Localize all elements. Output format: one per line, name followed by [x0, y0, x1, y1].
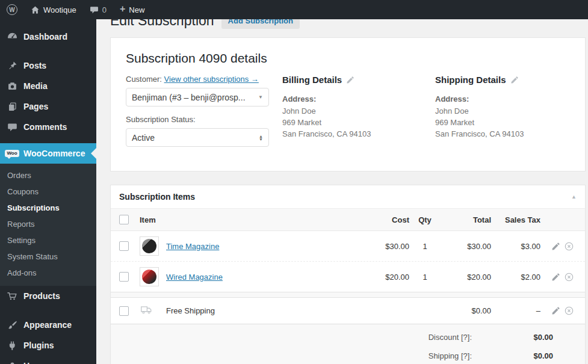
sidebar-item-comments[interactable]: Comments [0, 117, 96, 137]
comments-admin-bar-link[interactable]: 0 [83, 0, 113, 19]
shipping-details-title: Shipping Details [435, 75, 506, 85]
shipping-total: $0.00 [441, 306, 491, 315]
edit-shipping-pencil-icon[interactable] [510, 76, 519, 84]
table-row: Time Magazine $30.00 1 $30.00 $3.00 [111, 231, 585, 261]
comment-bubble-icon [90, 5, 99, 14]
sidebar-item-products[interactable]: Products [0, 286, 96, 306]
admin-sidebar: Dashboard Posts Media Pages Comments Woo… [0, 19, 96, 364]
shipping-address-line: John Doe [435, 105, 570, 117]
product-thumbnail [140, 267, 166, 286]
status-select-value: Active [132, 133, 155, 143]
woocommerce-submenu: Orders Coupons Subscriptions Reports Set… [0, 164, 96, 286]
sidebar-item-label: Pages [23, 102, 48, 111]
new-label: New [129, 5, 144, 14]
total-row-shipping: Shipping [?]: $0.00 [111, 347, 585, 364]
main-content: Edit Subscription Add Subscription Subsc… [96, 0, 588, 364]
shipping-details-column: Shipping Details Address: John Doe 969 M… [435, 75, 570, 155]
customer-select[interactable]: Benjiman (#3 – benji@prosp... ▼ [126, 88, 269, 106]
shipping-method-name: Free Shipping [166, 306, 215, 315]
shipping-row: Free Shipping $0.00 – [111, 298, 585, 324]
delete-item-icon[interactable] [564, 272, 574, 282]
wordpress-logo-icon: W [7, 4, 17, 15]
submenu-item-add-ons[interactable]: Add-ons [0, 265, 96, 281]
pin-icon [6, 60, 18, 72]
sidebar-item-woocommerce[interactable]: Woo WooCommerce [0, 143, 96, 164]
discount-value: $0.00 [472, 333, 553, 342]
pages-icon [6, 100, 18, 113]
billing-address-label: Address: [282, 94, 435, 103]
woocommerce-icon: Woo [6, 147, 18, 159]
sidebar-item-label: Appearance [23, 320, 72, 330]
shipping-address-line: 969 Market [435, 117, 570, 128]
item-cost: $30.00 [366, 242, 409, 251]
wordpress-logo-menu[interactable]: W [0, 0, 24, 19]
site-name-link[interactable]: Wootique [24, 0, 83, 19]
delete-item-icon[interactable] [564, 306, 574, 316]
shipping-truck-icon [140, 303, 166, 318]
column-sales-tax: Sales Tax [491, 215, 540, 224]
submenu-item-reports[interactable]: Reports [0, 216, 96, 232]
sidebar-item-media[interactable]: Media [0, 76, 96, 96]
discount-label[interactable]: Discount [?]: [429, 333, 472, 342]
shipping-total-label[interactable]: Shipping [?]: [429, 351, 472, 360]
sidebar-item-users[interactable]: Users [0, 356, 96, 364]
billing-details-column: Billing Details Address: John Doe 969 Ma… [282, 75, 435, 155]
home-icon [31, 5, 40, 14]
column-item: Item [140, 215, 366, 224]
subscription-status-select[interactable]: Active ▲ ▼ [126, 128, 269, 147]
edit-item-pencil-icon[interactable] [551, 306, 560, 315]
edit-billing-pencil-icon[interactable] [346, 76, 354, 84]
items-table-header: Item Cost Qty Total Sales Tax [111, 209, 585, 231]
row-checkbox[interactable] [119, 241, 129, 251]
sidebar-item-label: Products [23, 291, 60, 301]
status-label: Subscription Status: [126, 115, 282, 124]
edit-item-pencil-icon[interactable] [551, 273, 560, 282]
sidebar-item-pages[interactable]: Pages [0, 96, 96, 117]
sidebar-item-appearance[interactable]: Appearance [0, 315, 96, 335]
comments-count: 0 [102, 5, 107, 14]
submenu-item-settings[interactable]: Settings [0, 232, 96, 248]
product-link[interactable]: Time Magazine [166, 242, 219, 251]
shipping-section-separator [111, 292, 585, 298]
submenu-item-subscriptions[interactable]: Subscriptions [0, 200, 96, 216]
view-other-subscriptions-link[interactable]: View other subscriptions → [164, 75, 259, 84]
panel-collapse-icon[interactable]: ▲ [571, 194, 577, 200]
submenu-item-coupons[interactable]: Coupons [0, 184, 96, 200]
edit-item-pencil-icon[interactable] [551, 242, 560, 251]
item-qty: 1 [409, 242, 441, 251]
shipping-tax: – [491, 306, 540, 315]
brush-icon [6, 319, 18, 331]
select-all-checkbox[interactable] [119, 215, 129, 224]
item-total: $30.00 [441, 242, 491, 251]
subscription-items-panel: Subscription Items ▲ Item Cost Qty Total… [110, 185, 586, 364]
sidebar-item-label: Dashboard [23, 32, 67, 42]
delete-item-icon[interactable] [564, 241, 574, 251]
submenu-item-orders[interactable]: Orders [0, 167, 96, 184]
sidebar-item-label: Comments [23, 122, 67, 132]
sidebar-item-posts[interactable]: Posts [0, 55, 96, 76]
submenu-item-system-status[interactable]: System Status [0, 248, 96, 265]
chevron-down-icon: ▼ [258, 94, 263, 100]
item-tax: $2.00 [491, 273, 540, 282]
site-name-label: Wootique [43, 5, 76, 14]
subscription-details-title: Subscription 4090 details [126, 51, 570, 66]
cart-icon [6, 290, 18, 302]
row-checkbox[interactable] [119, 306, 129, 316]
sidebar-item-label: Users [23, 361, 47, 364]
column-qty: Qty [409, 215, 441, 224]
customer-column: Customer: View other subscriptions → Ben… [126, 75, 282, 155]
new-content-menu[interactable]: + New [113, 0, 151, 19]
media-icon [6, 80, 18, 92]
row-checkbox[interactable] [119, 272, 129, 282]
shipping-address-label: Address: [435, 94, 570, 103]
sidebar-item-label: Posts [23, 61, 46, 70]
sidebar-item-dashboard[interactable]: Dashboard [0, 26, 96, 47]
billing-address-line: San Francisco, CA 94103 [282, 128, 435, 140]
sidebar-item-label: WooCommerce [23, 149, 85, 158]
sidebar-item-label: Plugins [23, 341, 54, 350]
sidebar-item-plugins[interactable]: Plugins [0, 335, 96, 356]
order-totals-section: Discount [?]: $0.00 Shipping [?]: $0.00 [111, 324, 585, 364]
billing-address-line: 969 Market [282, 117, 435, 128]
product-link[interactable]: Wired Magazine [166, 273, 223, 282]
item-total: $20.00 [441, 273, 491, 282]
